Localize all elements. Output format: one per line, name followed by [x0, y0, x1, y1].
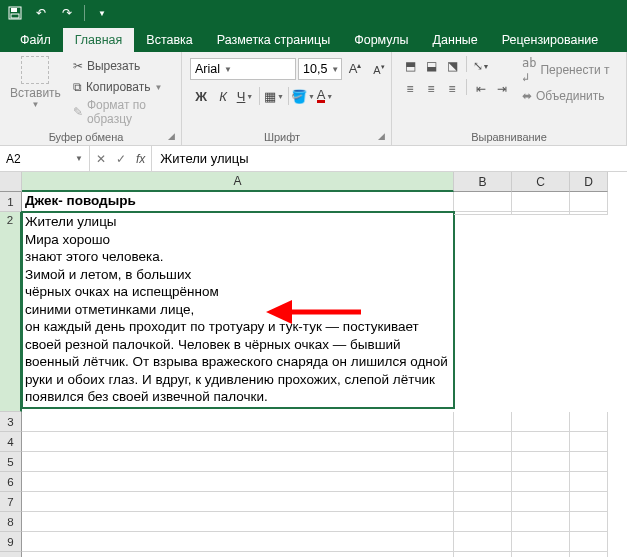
cell-A2[interactable]: Жители улицы Мира хорошо знают этого чел… [22, 212, 454, 408]
cell-B5[interactable] [454, 452, 512, 472]
row-header-4[interactable]: 4 [0, 432, 22, 452]
tab-file[interactable]: Файл [8, 28, 63, 52]
undo-icon[interactable]: ↶ [32, 4, 50, 22]
tab-insert[interactable]: Вставка [134, 28, 204, 52]
cell-D3[interactable] [570, 412, 608, 432]
font-size-combo[interactable]: 10,5 ▼ [298, 58, 342, 80]
tab-formulas[interactable]: Формулы [342, 28, 420, 52]
cell-C1[interactable] [512, 192, 570, 212]
qat-customize-icon[interactable]: ▼ [93, 4, 111, 22]
cell-D1[interactable] [570, 192, 608, 212]
row-header-7[interactable]: 7 [0, 492, 22, 512]
cell-B1[interactable] [454, 192, 512, 212]
cell-C9[interactable] [512, 532, 570, 552]
cell-B10[interactable] [454, 552, 512, 557]
col-header-D[interactable]: D [570, 172, 608, 192]
increase-font-button[interactable]: A▴ [344, 58, 366, 80]
col-header-A[interactable]: A [22, 172, 454, 192]
tab-review[interactable]: Рецензирование [490, 28, 611, 52]
cell-D9[interactable] [570, 532, 608, 552]
row-header-5[interactable]: 5 [0, 452, 22, 472]
cell-B7[interactable] [454, 492, 512, 512]
align-bottom-button[interactable]: ⬔ [442, 56, 462, 76]
cell-D7[interactable] [570, 492, 608, 512]
merge-button[interactable]: ⬌ Объединить [520, 86, 611, 106]
cell-C4[interactable] [512, 432, 570, 452]
increase-indent-button[interactable]: ⇥ [492, 79, 512, 99]
cell-A7[interactable] [22, 492, 454, 512]
col-header-C[interactable]: C [512, 172, 570, 192]
cell-B4[interactable] [454, 432, 512, 452]
dialog-launcher-icon[interactable]: ◢ [168, 131, 177, 141]
cell-D10[interactable] [570, 552, 608, 557]
row-header-1[interactable]: 1 [0, 192, 22, 212]
copy-button[interactable]: ⧉ Копировать ▼ [71, 77, 173, 97]
font-name-combo[interactable]: Arial ▼ [190, 58, 296, 80]
cell-B9[interactable] [454, 532, 512, 552]
cell-B6[interactable] [454, 472, 512, 492]
decrease-font-button[interactable]: A▾ [368, 58, 390, 80]
row-header-9[interactable]: 9 [0, 532, 22, 552]
cell-A6[interactable] [22, 472, 454, 492]
cell-A3[interactable] [22, 412, 454, 432]
paste-button[interactable]: Вставить ▼ [4, 54, 67, 111]
redo-icon[interactable]: ↷ [58, 4, 76, 22]
bold-button[interactable]: Ж [190, 85, 212, 107]
row-header-6[interactable]: 6 [0, 472, 22, 492]
row-header-3[interactable]: 3 [0, 412, 22, 432]
cell-C10[interactable] [512, 552, 570, 557]
cut-button[interactable]: ✂ Вырезать [71, 56, 173, 76]
cell-C5[interactable] [512, 452, 570, 472]
underline-button[interactable]: Ч▼ [234, 85, 256, 107]
chevron-down-icon: ▼ [483, 63, 490, 70]
cell-B8[interactable] [454, 512, 512, 532]
select-all-corner[interactable] [0, 172, 22, 192]
cell-B2[interactable] [454, 212, 512, 215]
cell-A9[interactable] [22, 532, 454, 552]
col-header-B[interactable]: B [454, 172, 512, 192]
cell-C7[interactable] [512, 492, 570, 512]
insert-function-icon[interactable]: fх [136, 152, 145, 166]
dialog-launcher-icon[interactable]: ◢ [378, 131, 387, 141]
tab-layout[interactable]: Разметка страницы [205, 28, 342, 52]
enter-formula-icon[interactable]: ✓ [116, 152, 126, 166]
save-icon[interactable] [6, 4, 24, 22]
tab-home[interactable]: Главная [63, 28, 135, 52]
name-box[interactable]: A2 ▼ [0, 146, 90, 171]
cell-A4[interactable] [22, 432, 454, 452]
cell-C6[interactable] [512, 472, 570, 492]
align-center-button[interactable]: ≡ [421, 79, 441, 99]
font-color-button[interactable]: A▼ [314, 85, 336, 107]
cell-C2[interactable] [512, 212, 570, 215]
decrease-indent-button[interactable]: ⇤ [471, 79, 491, 99]
cell-A1[interactable]: Джек- поводырь [22, 192, 454, 212]
cell-D5[interactable] [570, 452, 608, 472]
row-header-2[interactable]: 2 [0, 212, 22, 412]
cell-D6[interactable] [570, 472, 608, 492]
cells-area[interactable]: Джек- поводырь Жители улицы Мира хорошо … [22, 192, 627, 557]
cell-C3[interactable] [512, 412, 570, 432]
align-right-button[interactable]: ≡ [442, 79, 462, 99]
cell-D8[interactable] [570, 512, 608, 532]
fill-color-button[interactable]: 🪣▼ [292, 85, 314, 107]
align-left-button[interactable]: ≡ [400, 79, 420, 99]
cell-A10[interactable] [22, 552, 454, 557]
formula-bar[interactable]: Жители улицы [152, 146, 627, 171]
row-header-10[interactable]: 10 [0, 552, 22, 557]
cell-A8[interactable] [22, 512, 454, 532]
cell-C8[interactable] [512, 512, 570, 532]
format-painter-button[interactable]: ✎ Формат по образцу [71, 98, 173, 126]
orientation-button[interactable]: ⤡▼ [471, 56, 491, 76]
cell-D4[interactable] [570, 432, 608, 452]
tab-data[interactable]: Данные [421, 28, 490, 52]
cell-B3[interactable] [454, 412, 512, 432]
borders-button[interactable]: ▦▼ [263, 85, 285, 107]
cell-D2[interactable] [570, 212, 608, 215]
cancel-formula-icon[interactable]: ✕ [96, 152, 106, 166]
italic-button[interactable]: К [212, 85, 234, 107]
align-top-button[interactable]: ⬒ [400, 56, 420, 76]
row-header-8[interactable]: 8 [0, 512, 22, 532]
align-middle-button[interactable]: ⬓ [421, 56, 441, 76]
cell-A5[interactable] [22, 452, 454, 472]
wrap-text-button[interactable]: ab↲ Перенести т [520, 56, 611, 84]
